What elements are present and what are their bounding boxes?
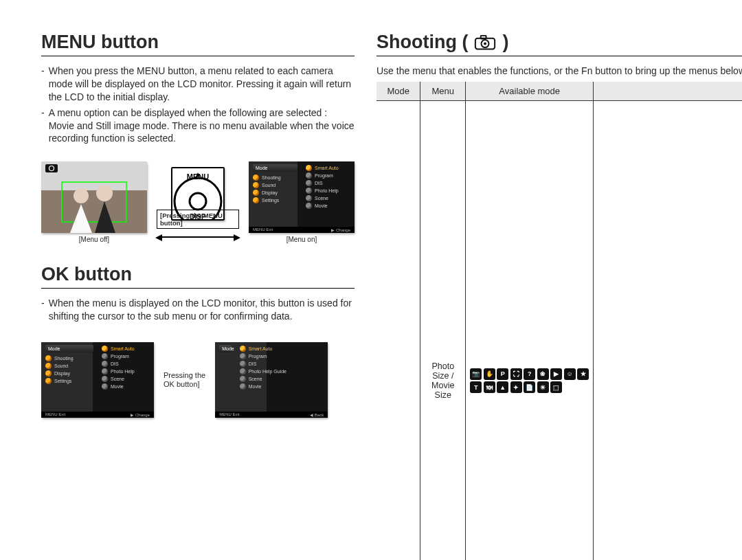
svg-rect-1 — [41, 190, 147, 233]
ok-diagram: ModeShootingSoundDisplaySettingsSmart Au… — [41, 342, 355, 418]
mode-icon: ❀ — [537, 368, 549, 380]
double-arrow-icon — [157, 232, 239, 238]
mode-icon: ⬚ — [550, 381, 562, 393]
svg-point-4 — [96, 185, 113, 201]
mode-icon: ★ — [577, 368, 589, 380]
th-menu: Menu — [420, 82, 466, 101]
submenu-row: Photo Help — [306, 187, 350, 194]
submenu-row: Smart Auto — [240, 345, 324, 352]
ok-button-heading: OK button — [41, 264, 355, 289]
press-ok-label: Pressing the OK button] — [164, 371, 205, 389]
submenu-row: Photo Help — [102, 368, 150, 375]
submenu-row: Movie — [306, 202, 350, 210]
mode-icon: ? — [524, 368, 535, 380]
menu-para-1: When you press the MENU button, a menu r… — [49, 65, 355, 104]
caption-menu-off: [Menu off] — [79, 236, 109, 243]
press-menu-label: [Pressing the MENU button] — [157, 210, 239, 229]
submenu-row: Scene — [306, 194, 350, 202]
menu-row: Sound — [45, 362, 93, 370]
submenu-row: Program — [240, 352, 324, 360]
menu-footer: MENU Exit▶ Change — [41, 412, 154, 418]
mode-icon: ✋ — [484, 368, 495, 380]
screenshot-menu-off — [41, 161, 147, 233]
ok-button-body: - When the menu is displayed on the LCD … — [41, 297, 355, 326]
mode-icon: ✦ — [510, 381, 522, 393]
submenu-row: Movie — [102, 383, 150, 390]
shooting-menu-table: Mode Menu Available mode Page (Shooting)… — [376, 82, 742, 560]
mode-icon: ☺ — [564, 368, 576, 380]
submenu-row: Scene — [240, 375, 324, 383]
mode-icon: ⛶ — [510, 368, 522, 380]
mode-icon: ☀ — [537, 381, 549, 393]
left-column: MENU button - When you press the MENU bu… — [41, 27, 355, 560]
screenshot-ok-after: ModeSmart AutoProgramDISPhoto Help Guide… — [215, 342, 328, 418]
menu-footer: MENU Exit◀ Back — [215, 412, 328, 418]
menu-para-2: A menu option can be displayed when the … — [49, 107, 355, 146]
submenu-row: Smart Auto — [306, 164, 350, 172]
menu-row: Display — [253, 189, 297, 197]
caption-menu-on: [Menu on] — [286, 236, 317, 243]
th-available: Available mode — [466, 82, 594, 101]
ok-para-1: When the menu is displayed on the LCD mo… — [49, 297, 355, 323]
menu-button-heading: MENU button — [41, 32, 355, 56]
svg-rect-5 — [45, 164, 58, 172]
menu-button-body: - When you press the MENU button, a menu… — [41, 65, 355, 148]
screenshot-menu-on: ModeShootingSoundDisplaySettingsSmart Au… — [249, 161, 355, 233]
submenu-row: Program — [102, 352, 150, 360]
submenu-row: Photo Help Guide — [240, 368, 324, 375]
svg-point-14 — [484, 42, 487, 45]
th-mode: Mode — [376, 82, 420, 101]
menu-item-name: Photo Size / Movie Size — [420, 100, 466, 560]
table-row: (Shooting)Photo Size / Movie Size📷✋P⛶?❀▶… — [376, 100, 742, 560]
two-column-layout: MENU button - When you press the MENU bu… — [41, 27, 701, 560]
mode-icon: ▶ — [550, 368, 562, 380]
submenu-row: Movie — [240, 383, 324, 390]
camera-icon — [473, 35, 497, 50]
shooting-intro: Use the menu that enables the functions,… — [376, 65, 742, 78]
menu-diagram: [Menu off] MENU DISP [Pressi — [41, 161, 355, 243]
menu-header: Mode — [253, 164, 297, 172]
submenu-row: DIS — [240, 360, 324, 368]
svg-point-8 — [190, 193, 206, 210]
mode-icon: T — [470, 381, 482, 393]
manual-page: MENU button - When you press the MENU bu… — [0, 0, 742, 560]
submenu-row: Scene — [102, 375, 150, 383]
submenu-row: Program — [306, 172, 350, 179]
submenu-row: Smart Auto — [102, 345, 150, 352]
photo-couple-icon — [41, 161, 147, 233]
menu-footer: MENU Exit▶ Change — [249, 227, 355, 233]
right-column: Shooting ( ) Use the menu that enables t… — [376, 27, 742, 560]
th-page: Page — [594, 82, 742, 101]
available-modes: 📷✋P⛶?❀▶☺★T🍽▲✦📄☀⬚ — [466, 100, 594, 560]
svg-point-3 — [74, 188, 89, 203]
mode-icon: 🍽 — [484, 381, 495, 393]
menu-row: Shooting — [45, 355, 93, 362]
menu-row: Settings — [45, 377, 93, 385]
menu-row: Settings — [253, 197, 297, 204]
screenshot-ok-before: ModeShootingSoundDisplaySettingsSmart Au… — [41, 342, 154, 418]
submenu-row: DIS — [306, 179, 350, 187]
menu-row: Display — [45, 370, 93, 377]
menu-row: Shooting — [253, 174, 297, 181]
svg-rect-12 — [481, 35, 486, 38]
menu-row: Sound — [253, 181, 297, 189]
submenu-row: DIS — [102, 360, 150, 368]
mode-icon: P — [497, 368, 508, 380]
mode-icon: 📷 — [470, 368, 482, 380]
mode-icon: ▲ — [497, 381, 508, 393]
page-ref: p.38 — [594, 101, 742, 560]
mode-icon: 📄 — [524, 381, 535, 393]
menu-header: Mode — [45, 345, 93, 352]
shooting-heading: Shooting ( ) — [376, 32, 742, 56]
mode-column: (Shooting) — [376, 100, 420, 560]
